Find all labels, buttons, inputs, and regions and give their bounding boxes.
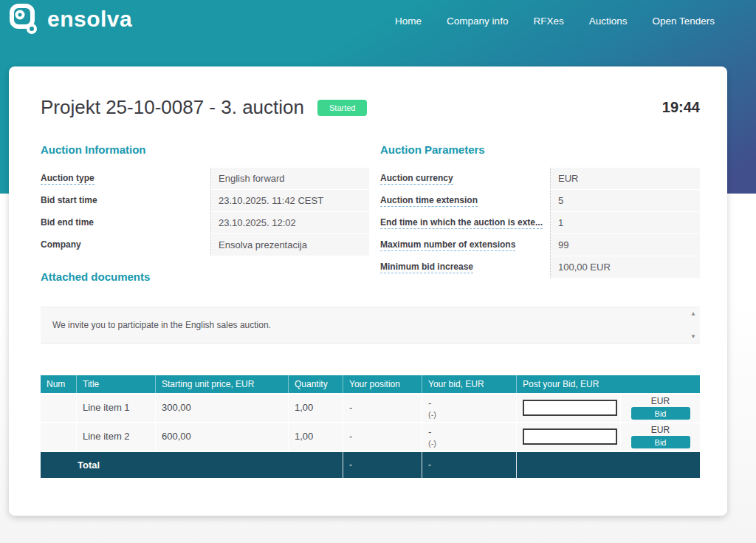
brand-logo[interactable]: ensolva xyxy=(7,1,132,40)
nav-item-rfxes[interactable]: RFXes xyxy=(533,16,563,27)
top-nav-bar: ensolva Home Company info RFXes Auctions… xyxy=(0,0,756,41)
col-header-quantity: Quantity xyxy=(288,375,343,393)
cell-your-bid-sub: (-) xyxy=(428,439,516,448)
total-post-bid xyxy=(516,452,700,478)
table-row-line-item-2: Line item 2 600,00 1,00 - - (-) EUR Bid xyxy=(41,423,700,451)
cell-position: - xyxy=(343,395,422,422)
cell-your-bid: - (-) xyxy=(422,395,516,422)
field-auction-currency: Auction currency EUR xyxy=(380,168,700,189)
col-header-your-position: Your position xyxy=(343,375,422,393)
nav-item-home[interactable]: Home xyxy=(395,16,422,27)
field-value: 100,00 EUR xyxy=(550,256,700,278)
cell-your-bid: - (-) xyxy=(422,423,516,451)
table-row-line-item-1: Line item 1 300,00 1,00 - - (-) EUR Bid xyxy=(41,395,700,422)
cell-post-bid: EUR Bid xyxy=(516,423,700,451)
cell-num xyxy=(41,423,76,451)
info-grid: Auction Information Auction type English… xyxy=(41,143,700,279)
col-header-post-your-bid: Post your Bid, EUR xyxy=(516,375,700,393)
page-title: Projekt 25-10-0087 - 3. auction xyxy=(41,96,304,119)
main-navigation: Home Company info RFXes Auctions Open Te… xyxy=(395,16,715,27)
col-header-title: Title xyxy=(76,375,155,393)
bid-table: Num Title Starting unit price, EUR Quant… xyxy=(41,375,700,478)
field-auction-time-extension: Auction time extension 5 xyxy=(380,190,700,211)
table-total-row: Total - - xyxy=(41,452,700,478)
scroll-down-icon[interactable]: ▼ xyxy=(690,333,696,340)
field-label[interactable]: End time in which the auction is exte... xyxy=(380,216,543,229)
cell-post-bid: EUR Bid xyxy=(516,395,700,422)
field-label[interactable]: Auction time extension xyxy=(380,194,478,207)
invitation-message: We invite you to participate in the Engl… xyxy=(41,307,700,343)
nav-item-auctions[interactable]: Auctions xyxy=(589,16,628,27)
section-heading-auction-parameters: Auction Parameters xyxy=(380,143,700,156)
total-your-position: - xyxy=(343,452,422,478)
field-value: 1 xyxy=(550,212,700,233)
scroll-up-icon[interactable]: ▲ xyxy=(690,310,696,317)
field-label[interactable]: Auction type xyxy=(41,172,94,185)
col-header-starting-price: Starting unit price, EUR xyxy=(155,375,288,393)
status-badge: Started xyxy=(317,100,367,116)
field-label: Company xyxy=(41,239,81,250)
bid-table-header: Num Title Starting unit price, EUR Quant… xyxy=(41,375,700,393)
field-bid-start-time: Bid start time 23.10.2025. 11:42 CEST xyxy=(41,190,369,211)
field-max-extensions: Maximum number of extensions 99 xyxy=(380,234,700,256)
auction-detail-card: Projekt 25-10-0087 - 3. auction Started … xyxy=(9,66,727,516)
brand-logo-text: ensolva xyxy=(47,7,132,32)
cell-price: 300,00 xyxy=(155,395,288,422)
cell-position: - xyxy=(343,423,422,451)
field-label[interactable]: Maximum number of extensions xyxy=(380,239,515,251)
field-value: English forward xyxy=(210,168,369,189)
field-label[interactable]: Auction currency xyxy=(380,172,453,185)
field-company: Company Ensolva prezentacija xyxy=(41,234,369,256)
field-value: 23.10.2025. 11:42 CEST xyxy=(210,190,369,211)
total-your-bid: - xyxy=(422,452,516,478)
col-header-num: Num xyxy=(41,375,76,393)
field-label[interactable]: Minimum bid increase xyxy=(380,261,473,273)
cell-title: Line item 1 xyxy=(76,395,155,422)
cell-quantity: 1,00 xyxy=(288,423,343,451)
field-value: EUR xyxy=(550,168,700,189)
auction-information-section: Auction Information Auction type English… xyxy=(41,143,369,279)
cell-quantity: 1,00 xyxy=(288,395,343,422)
cell-num xyxy=(41,395,76,422)
bid-input[interactable] xyxy=(523,428,617,445)
cell-your-bid-sub: (-) xyxy=(428,410,516,419)
field-value: Ensolva prezentacija xyxy=(210,234,369,256)
field-value: 23.10.2025. 12:02 xyxy=(210,212,369,233)
field-bid-end-time: Bid end time 23.10.2025. 12:02 xyxy=(41,212,369,233)
bid-button[interactable]: Bid xyxy=(631,407,690,420)
auction-parameters-section: Auction Parameters Auction currency EUR … xyxy=(380,143,700,279)
field-label: Bid end time xyxy=(41,216,94,228)
countdown-timer: 19:44 xyxy=(662,99,700,116)
field-label: Bid start time xyxy=(41,194,97,206)
ensolva-logo-icon xyxy=(7,1,40,40)
field-auction-type: Auction type English forward xyxy=(41,168,369,189)
section-heading-attached-documents: Attached documents xyxy=(41,270,150,283)
cell-title: Line item 2 xyxy=(76,423,155,451)
field-end-time-extension: End time in which the auction is exte...… xyxy=(380,212,700,233)
total-label: Total xyxy=(41,452,343,478)
bid-button[interactable]: Bid xyxy=(631,436,690,448)
nav-item-open-tenders[interactable]: Open Tenders xyxy=(652,16,715,27)
col-header-your-bid: Your bid, EUR xyxy=(422,375,516,393)
field-value: 99 xyxy=(550,234,700,256)
currency-label: EUR xyxy=(651,425,670,435)
section-heading-auction-information: Auction Information xyxy=(41,143,369,156)
title-row: Projekt 25-10-0087 - 3. auction Started … xyxy=(41,96,700,119)
cell-price: 600,00 xyxy=(155,423,288,451)
bid-input[interactable] xyxy=(523,400,617,416)
currency-label: EUR xyxy=(651,396,670,406)
nav-item-company-info[interactable]: Company info xyxy=(447,16,508,27)
field-minimum-bid-increase: Minimum bid increase 100,00 EUR xyxy=(380,256,700,278)
field-value: 5 xyxy=(550,190,700,211)
attached-documents-box[interactable]: We invite you to participate in the Engl… xyxy=(41,307,700,344)
